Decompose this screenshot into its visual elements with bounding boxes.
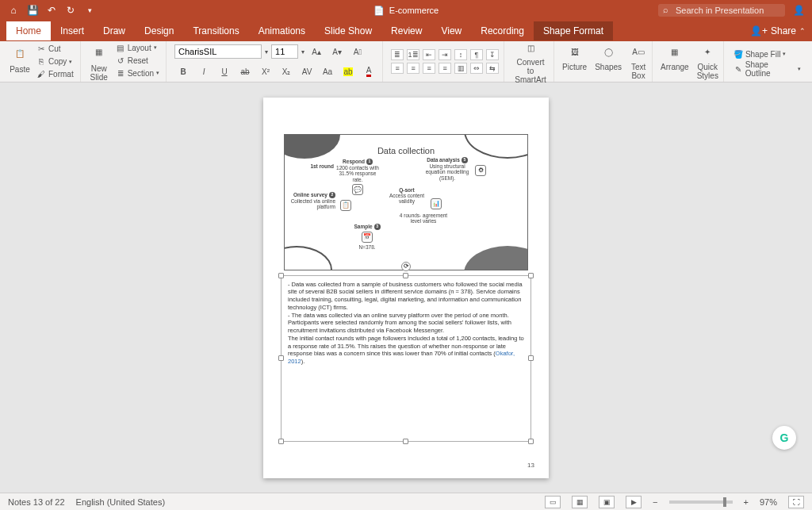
underline-button[interactable]: U (216, 63, 233, 80)
ribbon: 📋 Paste ✂Cut ⎘Copy▾ 🖌Format ▦ New Slide … (0, 41, 812, 82)
share-button[interactable]: 👤+Share⌃ (750, 25, 806, 36)
strikethrough-button[interactable]: ab (236, 63, 254, 80)
font-color-button[interactable]: A (360, 63, 377, 80)
file-name: E-commerce (389, 6, 439, 15)
subscript-button[interactable]: X₂ (278, 63, 295, 80)
grow-font-button[interactable]: A▴ (308, 43, 325, 60)
data-collection-graphic[interactable]: Data collection 1st round Respond11200 c… (284, 134, 528, 270)
layout-button[interactable]: ▤Layout▾ (114, 42, 161, 54)
tab-shape-format[interactable]: Shape Format (534, 21, 613, 40)
node-rounds: 4 rounds- agreement level varies (396, 213, 451, 224)
char-spacing-button[interactable]: AV (298, 63, 316, 80)
home-icon[interactable]: ⌂ (8, 5, 19, 16)
resize-handle[interactable] (278, 273, 284, 278)
slide-canvas[interactable]: Data collection 1st round Respond11200 c… (0, 82, 812, 493)
text-direction-button[interactable]: ¶ (470, 49, 483, 60)
zoom-out-button[interactable]: − (653, 497, 657, 507)
clear-formatting-button[interactable]: A⃠ (349, 43, 366, 60)
tab-review[interactable]: Review (381, 21, 431, 40)
notes-count[interactable]: Notes 13 of 22 (8, 497, 65, 507)
search-input[interactable]: Search in Presentation (658, 4, 785, 17)
shapes-button[interactable]: ◯ (599, 44, 617, 61)
resize-handle[interactable] (278, 355, 284, 361)
statusbar: Notes 13 of 22 English (United States) ▭… (0, 493, 812, 510)
reading-view-button[interactable]: ▣ (599, 496, 615, 508)
resize-handle[interactable] (403, 439, 408, 444)
reset-button[interactable]: ↺Reset (114, 55, 161, 67)
fit-to-window-button[interactable]: ⛶ (788, 496, 804, 508)
columns-button[interactable]: ▥ (454, 63, 467, 74)
user-avatar-icon[interactable]: 👤 (793, 5, 804, 16)
arrange-button[interactable]: ▦ (666, 44, 684, 61)
zoom-in-button[interactable]: + (744, 497, 749, 507)
section-button[interactable]: ≣Section▾ (114, 67, 161, 79)
change-case-button[interactable]: Aa (319, 63, 336, 80)
bold-button[interactable]: B (174, 63, 192, 80)
scissors-icon: ✂ (36, 44, 46, 54)
quickaccess-dropdown-icon[interactable]: ▾ (84, 5, 95, 16)
tab-recording[interactable]: Recording (471, 21, 534, 40)
format-painter-button[interactable]: 🖌Format (35, 68, 75, 80)
size-dropdown-icon[interactable]: ▾ (301, 48, 304, 56)
tab-insert[interactable]: Insert (51, 21, 94, 40)
tab-draw[interactable]: Draw (94, 21, 135, 40)
shape-fill-button[interactable]: 🪣Shape Fill▾ (732, 48, 802, 60)
slide[interactable]: Data collection 1st round Respond11200 c… (263, 98, 549, 478)
resize-handle[interactable] (278, 439, 284, 444)
tab-transitions[interactable]: Transitions (183, 21, 248, 40)
undo-icon[interactable]: ↶ (46, 5, 57, 16)
shape-style-group: 🪣Shape Fill▾ ✎Shape Outline▾ (727, 41, 807, 82)
tab-home[interactable]: Home (6, 21, 51, 40)
picture-button[interactable]: 🖼 (566, 44, 584, 61)
redo-icon[interactable]: ↻ (65, 5, 76, 16)
copy-button[interactable]: ⎘Copy▾ (35, 56, 75, 67)
shape-outline-button[interactable]: ✎Shape Outline▾ (732, 63, 802, 75)
tab-design[interactable]: Design (135, 21, 183, 40)
superscript-button[interactable]: X² (257, 63, 274, 80)
font-name-select[interactable] (174, 44, 262, 59)
grammarly-badge[interactable]: G (772, 426, 796, 450)
resize-handle[interactable] (528, 439, 534, 444)
selected-textbox[interactable]: ⟳ - Data was collected from a sample of … (281, 275, 531, 442)
align-text-button[interactable]: ↧ (486, 49, 499, 60)
normal-view-button[interactable]: ▭ (545, 496, 561, 508)
resize-handle[interactable] (403, 273, 408, 278)
tab-animations[interactable]: Animations (249, 21, 315, 40)
cut-button[interactable]: ✂Cut (35, 43, 75, 55)
numbering-button[interactable]: 1≣ (407, 49, 419, 60)
font-size-select[interactable] (271, 44, 298, 59)
italic-button[interactable]: I (195, 63, 213, 80)
sorter-view-button[interactable]: ▦ (572, 496, 588, 508)
language-indicator[interactable]: English (United States) (76, 497, 166, 507)
convert-smartart-button[interactable]: ◫ (520, 39, 541, 56)
highlight-button[interactable]: ab (339, 63, 357, 80)
justify-button[interactable]: ≡ (439, 63, 451, 74)
tab-view[interactable]: View (431, 21, 471, 40)
decrease-indent-button[interactable]: ⇤ (423, 49, 435, 60)
window-title: 📄 E-commerce (373, 6, 439, 16)
font-dropdown-icon[interactable]: ▾ (265, 48, 268, 56)
rotate-handle[interactable]: ⟳ (401, 262, 411, 271)
align-center-button[interactable]: ≡ (407, 63, 419, 74)
paste-button[interactable]: 📋 (10, 43, 30, 63)
distribute-button[interactable]: ⇔ (470, 63, 483, 74)
increase-indent-button[interactable]: ⇥ (439, 49, 451, 60)
align-right-button[interactable]: ≡ (423, 63, 435, 74)
bullets-button[interactable]: ≣ (391, 49, 404, 60)
quick-styles-button[interactable]: ✦ (699, 44, 716, 61)
align-left-button[interactable]: ≡ (391, 63, 404, 74)
tab-slideshow[interactable]: Slide Show (315, 21, 381, 40)
network-icon: ⚙ (475, 165, 486, 176)
slideshow-view-button[interactable]: ▶ (626, 496, 642, 508)
zoom-slider[interactable] (669, 500, 733, 504)
save-icon[interactable]: 💾 (27, 5, 38, 16)
zoom-level[interactable]: 97% (760, 497, 777, 507)
resize-handle[interactable] (528, 273, 534, 278)
textbox-button[interactable]: A▭ (630, 44, 647, 61)
textbox-content[interactable]: - Data was collected from a sample of bu… (282, 276, 530, 370)
line-spacing-button[interactable]: ↕ (454, 49, 467, 60)
rtl-button[interactable]: ⇆ (486, 63, 499, 74)
resize-handle[interactable] (528, 355, 534, 361)
shrink-font-button[interactable]: A▾ (328, 43, 346, 60)
new-slide-button[interactable]: ▦ (89, 42, 109, 63)
